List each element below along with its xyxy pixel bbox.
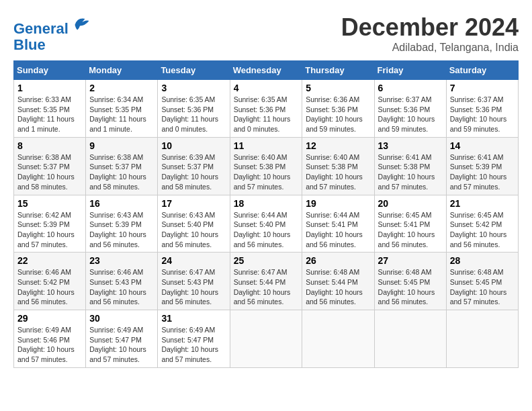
calendar-week-row: 1Sunrise: 6:33 AMSunset: 5:35 PMDaylight… [14, 80, 519, 138]
day-info: Sunrise: 6:40 AMSunset: 5:38 PMDaylight:… [234, 152, 299, 192]
day-info: Sunrise: 6:38 AMSunset: 5:37 PMDaylight:… [17, 152, 82, 192]
calendar-cell: 7Sunrise: 6:37 AMSunset: 5:36 PMDaylight… [446, 80, 518, 138]
logo: General Blue [13, 13, 90, 53]
calendar-week-row: 29Sunrise: 6:49 AMSunset: 5:46 PMDayligh… [14, 310, 519, 368]
day-number: 17 [161, 198, 226, 209]
calendar-cell: 24Sunrise: 6:47 AMSunset: 5:43 PMDayligh… [158, 253, 230, 310]
calendar-cell: 17Sunrise: 6:43 AMSunset: 5:40 PMDayligh… [158, 195, 230, 253]
day-number: 28 [450, 255, 515, 266]
calendar-cell: 19Sunrise: 6:44 AMSunset: 5:41 PMDayligh… [302, 195, 374, 253]
calendar-cell [302, 310, 374, 368]
calendar-cell [446, 310, 518, 368]
day-number: 19 [306, 198, 370, 209]
day-number: 22 [17, 255, 82, 266]
day-info: Sunrise: 6:38 AMSunset: 5:37 PMDaylight:… [89, 152, 154, 192]
day-number: 18 [234, 198, 299, 209]
calendar-cell: 13Sunrise: 6:41 AMSunset: 5:38 PMDayligh… [374, 137, 446, 195]
calendar-cell: 3Sunrise: 6:35 AMSunset: 5:36 PMDaylight… [158, 80, 230, 138]
day-number: 4 [234, 83, 299, 93]
day-info: Sunrise: 6:48 AMSunset: 5:45 PMDaylight:… [378, 267, 443, 307]
column-header-tuesday: Tuesday [158, 61, 230, 80]
calendar-cell: 2Sunrise: 6:34 AMSunset: 5:35 PMDaylight… [86, 80, 158, 138]
day-info: Sunrise: 6:48 AMSunset: 5:45 PMDaylight:… [450, 267, 515, 307]
day-number: 7 [450, 83, 515, 93]
day-info: Sunrise: 6:44 AMSunset: 5:40 PMDaylight:… [234, 210, 299, 250]
column-header-friday: Friday [374, 61, 446, 80]
calendar-cell: 20Sunrise: 6:45 AMSunset: 5:41 PMDayligh… [374, 195, 446, 253]
location: Adilabad, Telangana, India [341, 42, 519, 54]
day-info: Sunrise: 6:48 AMSunset: 5:44 PMDaylight:… [306, 267, 370, 307]
day-number: 25 [234, 255, 299, 266]
day-number: 30 [89, 313, 154, 324]
column-header-monday: Monday [86, 61, 158, 80]
day-info: Sunrise: 6:43 AMSunset: 5:40 PMDaylight:… [161, 210, 226, 250]
day-number: 24 [161, 255, 226, 266]
calendar-cell: 22Sunrise: 6:46 AMSunset: 5:42 PMDayligh… [14, 253, 86, 310]
calendar-cell: 1Sunrise: 6:33 AMSunset: 5:35 PMDaylight… [14, 80, 86, 138]
day-number: 11 [234, 140, 299, 151]
day-number: 8 [17, 140, 82, 151]
day-number: 31 [161, 313, 226, 324]
day-info: Sunrise: 6:49 AMSunset: 5:46 PMDaylight:… [17, 325, 82, 365]
day-info: Sunrise: 6:41 AMSunset: 5:39 PMDaylight:… [450, 152, 515, 192]
day-number: 15 [17, 198, 82, 209]
day-info: Sunrise: 6:41 AMSunset: 5:38 PMDaylight:… [378, 152, 443, 192]
calendar-cell [230, 310, 302, 368]
day-number: 2 [89, 83, 154, 93]
calendar-cell: 30Sunrise: 6:49 AMSunset: 5:47 PMDayligh… [86, 310, 158, 368]
calendar-cell: 10Sunrise: 6:39 AMSunset: 5:37 PMDayligh… [158, 137, 230, 195]
day-number: 3 [161, 83, 226, 93]
day-number: 6 [378, 83, 443, 93]
day-info: Sunrise: 6:37 AMSunset: 5:36 PMDaylight:… [450, 95, 515, 134]
calendar-cell: 16Sunrise: 6:43 AMSunset: 5:39 PMDayligh… [86, 195, 158, 253]
calendar-cell: 21Sunrise: 6:45 AMSunset: 5:42 PMDayligh… [446, 195, 518, 253]
day-number: 5 [306, 83, 370, 93]
calendar-cell: 18Sunrise: 6:44 AMSunset: 5:40 PMDayligh… [230, 195, 302, 253]
title-block: December 2024 Adilabad, Telangana, India [341, 13, 519, 54]
day-number: 12 [306, 140, 370, 151]
day-number: 1 [17, 83, 82, 93]
calendar-cell: 31Sunrise: 6:49 AMSunset: 5:47 PMDayligh… [158, 310, 230, 368]
day-number: 21 [450, 198, 515, 209]
day-info: Sunrise: 6:37 AMSunset: 5:36 PMDaylight:… [378, 95, 443, 134]
day-info: Sunrise: 6:42 AMSunset: 5:39 PMDaylight:… [17, 210, 82, 250]
calendar-cell: 4Sunrise: 6:35 AMSunset: 5:36 PMDaylight… [230, 80, 302, 138]
calendar-cell: 14Sunrise: 6:41 AMSunset: 5:39 PMDayligh… [446, 137, 518, 195]
day-info: Sunrise: 6:49 AMSunset: 5:47 PMDaylight:… [161, 325, 226, 365]
day-info: Sunrise: 6:33 AMSunset: 5:35 PMDaylight:… [17, 95, 82, 134]
day-info: Sunrise: 6:47 AMSunset: 5:43 PMDaylight:… [161, 267, 226, 307]
column-header-wednesday: Wednesday [230, 61, 302, 80]
calendar-cell: 11Sunrise: 6:40 AMSunset: 5:38 PMDayligh… [230, 137, 302, 195]
day-info: Sunrise: 6:43 AMSunset: 5:39 PMDaylight:… [89, 210, 154, 250]
day-info: Sunrise: 6:39 AMSunset: 5:37 PMDaylight:… [161, 152, 226, 192]
day-info: Sunrise: 6:49 AMSunset: 5:47 PMDaylight:… [89, 325, 154, 365]
day-number: 26 [306, 255, 370, 266]
day-info: Sunrise: 6:46 AMSunset: 5:43 PMDaylight:… [89, 267, 154, 307]
day-number: 13 [378, 140, 443, 151]
day-info: Sunrise: 6:46 AMSunset: 5:42 PMDaylight:… [17, 267, 82, 307]
day-info: Sunrise: 6:36 AMSunset: 5:36 PMDaylight:… [306, 95, 370, 134]
day-info: Sunrise: 6:40 AMSunset: 5:38 PMDaylight:… [306, 152, 370, 192]
day-number: 14 [450, 140, 515, 151]
day-number: 23 [89, 255, 154, 266]
calendar-cell: 5Sunrise: 6:36 AMSunset: 5:36 PMDaylight… [302, 80, 374, 138]
day-number: 20 [378, 198, 443, 209]
column-header-thursday: Thursday [302, 61, 374, 80]
day-info: Sunrise: 6:35 AMSunset: 5:36 PMDaylight:… [161, 95, 226, 134]
calendar-cell: 6Sunrise: 6:37 AMSunset: 5:36 PMDaylight… [374, 80, 446, 138]
calendar-cell: 25Sunrise: 6:47 AMSunset: 5:44 PMDayligh… [230, 253, 302, 310]
day-number: 29 [17, 313, 82, 324]
day-number: 9 [89, 140, 154, 151]
day-info: Sunrise: 6:45 AMSunset: 5:42 PMDaylight:… [450, 210, 515, 250]
calendar-cell: 15Sunrise: 6:42 AMSunset: 5:39 PMDayligh… [14, 195, 86, 253]
day-info: Sunrise: 6:34 AMSunset: 5:35 PMDaylight:… [89, 95, 154, 134]
calendar-week-row: 15Sunrise: 6:42 AMSunset: 5:39 PMDayligh… [14, 195, 519, 253]
calendar-header-row: SundayMondayTuesdayWednesdayThursdayFrid… [14, 61, 519, 80]
logo-bird-icon [70, 13, 90, 34]
page-header: General Blue December 2024 Adilabad, Tel… [13, 13, 519, 54]
calendar-cell: 26Sunrise: 6:48 AMSunset: 5:44 PMDayligh… [302, 253, 374, 310]
day-info: Sunrise: 6:35 AMSunset: 5:36 PMDaylight:… [234, 95, 299, 134]
logo-text: General Blue [13, 13, 90, 53]
day-info: Sunrise: 6:45 AMSunset: 5:41 PMDaylight:… [378, 210, 443, 250]
calendar-week-row: 8Sunrise: 6:38 AMSunset: 5:37 PMDaylight… [14, 137, 519, 195]
